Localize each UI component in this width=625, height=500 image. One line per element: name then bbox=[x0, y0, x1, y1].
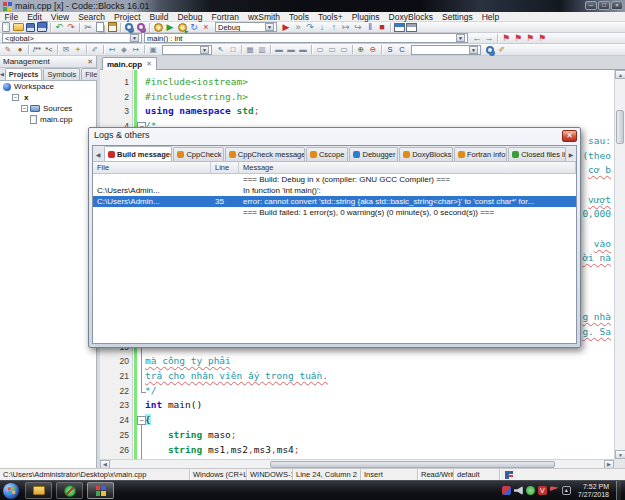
break-debugger-icon[interactable]: ‖ bbox=[364, 22, 376, 32]
tray-expander-icon[interactable]: ▴ bbox=[562, 486, 571, 495]
symbols-c-icon[interactable]: C bbox=[396, 45, 408, 55]
paste-icon[interactable] bbox=[106, 22, 118, 32]
undo-icon[interactable]: ↶ bbox=[53, 22, 65, 32]
tree-expander-icon[interactable]: − bbox=[21, 105, 28, 112]
menu-help[interactable]: Help bbox=[477, 12, 503, 22]
build-message-row[interactable]: === Build: Debug in x (compiler: GNU GCC… bbox=[93, 174, 576, 185]
show-desktop-button[interactable] bbox=[616, 481, 621, 500]
close-button[interactable]: × bbox=[611, 1, 623, 10]
antivirus-icon[interactable]: V bbox=[538, 486, 547, 495]
menu-tools[interactable]: Tools bbox=[285, 12, 314, 22]
start-button[interactable] bbox=[3, 483, 19, 499]
build-message-row[interactable]: C:\Users\Admin...35error: cannot convert… bbox=[93, 196, 576, 207]
menu-file[interactable]: File bbox=[0, 12, 23, 22]
next-line-icon[interactable]: ↷ bbox=[304, 22, 316, 32]
doxy-line-comment-icon[interactable]: *< bbox=[43, 45, 55, 55]
menu-search[interactable]: Search bbox=[74, 12, 110, 22]
browse-marker-toggle-icon[interactable]: ⚑ bbox=[500, 33, 512, 43]
menu-wxsmith[interactable]: wxSmith bbox=[243, 12, 284, 22]
wxsmith-panel-icon[interactable]: ▥ bbox=[256, 45, 268, 55]
taskbar-codeblocks-button[interactable] bbox=[87, 482, 114, 499]
tree-item-workspace[interactable]: Workspace bbox=[0, 81, 96, 92]
symbol-combo[interactable]: main() : int▼ bbox=[144, 33, 468, 43]
scroll-right-icon[interactable]: ▶ bbox=[604, 460, 614, 469]
replace-icon[interactable] bbox=[135, 22, 147, 32]
doxyblocks-view-icon[interactable]: ● bbox=[14, 45, 26, 55]
tree-expander-icon[interactable]: − bbox=[12, 94, 19, 101]
tree-item-sources[interactable]: −Sources bbox=[0, 103, 96, 114]
tabs-scroll-left-icon[interactable]: ◀ bbox=[0, 68, 4, 80]
management-close-icon[interactable]: ✕ bbox=[87, 58, 93, 66]
cut-icon[interactable]: ✂ bbox=[82, 22, 94, 32]
tray-app-icon[interactable] bbox=[502, 486, 511, 495]
abort-build-icon[interactable]: × bbox=[200, 22, 212, 32]
logs-tabs-scroll-left-icon[interactable]: ◀ bbox=[93, 147, 103, 161]
menu-project[interactable]: Project bbox=[110, 12, 145, 22]
stop-debugger-icon[interactable]: ■ bbox=[376, 22, 388, 32]
menu-fortran[interactable]: Fortran bbox=[207, 12, 243, 22]
browse-forward-icon[interactable]: → bbox=[483, 33, 495, 43]
close-tab-icon[interactable]: ✕ bbox=[346, 151, 348, 159]
step-into-icon[interactable]: ↓ bbox=[316, 22, 328, 32]
logs-tab-fortran-info[interactable]: Fortran info✕ bbox=[454, 147, 507, 161]
step-into-instruction-icon[interactable]: ↪ bbox=[352, 22, 364, 32]
scope-combo[interactable]: <global>▼ bbox=[2, 33, 142, 43]
save-all-icon[interactable] bbox=[36, 22, 48, 32]
browse-marker-next-icon[interactable]: ⚑ bbox=[524, 33, 536, 43]
vertical-scrollbar[interactable]: ▲ ▼ bbox=[614, 70, 625, 459]
sizer-h-icon[interactable]: ▭ bbox=[314, 45, 326, 55]
various-info-icon[interactable] bbox=[405, 22, 417, 32]
menu-plugins[interactable]: Plugins bbox=[347, 12, 384, 22]
debugging-windows-icon[interactable] bbox=[393, 22, 405, 32]
debugger-target-combo[interactable]: ▼ bbox=[162, 45, 212, 55]
menu-build[interactable]: Build bbox=[145, 12, 173, 22]
logs-tab-cppcheck-messages[interactable]: CppCheck messages✕ bbox=[225, 147, 305, 161]
jump-back-icon[interactable]: ↤ bbox=[106, 45, 118, 55]
logs-tab-cscope[interactable]: Cscope✕ bbox=[306, 147, 349, 161]
menu-settings[interactable]: Settings bbox=[438, 12, 478, 22]
logs-tab-doxyblocks[interactable]: DoxyBlocks✕ bbox=[399, 147, 453, 161]
incremental-search-input[interactable]: ▼ bbox=[411, 45, 481, 55]
logs-tab-closed-files-li[interactable]: Closed files li✕ bbox=[508, 147, 566, 161]
settings-wrench-icon[interactable]: ✐ bbox=[496, 45, 508, 55]
zoom-out-icon[interactable]: ⊖ bbox=[367, 45, 379, 55]
close-tab-icon[interactable]: ✕ bbox=[397, 151, 398, 159]
horizontal-scroll-thumb[interactable] bbox=[270, 461, 555, 468]
tree-item-x[interactable]: −x bbox=[0, 92, 96, 103]
menu-edit[interactable]: Edit bbox=[23, 12, 47, 22]
mail-icon[interactable]: ✉ bbox=[60, 45, 72, 55]
save-icon[interactable] bbox=[24, 22, 36, 32]
build-message-row[interactable]: C:\Users\Admin...In function 'int main()… bbox=[93, 185, 576, 196]
align-center-icon[interactable]: ▬ bbox=[285, 45, 297, 55]
network-icon[interactable] bbox=[526, 486, 535, 495]
taskbar-app-button[interactable] bbox=[56, 482, 83, 499]
scroll-up-icon[interactable]: ▲ bbox=[615, 70, 625, 79]
next-instruction-icon[interactable]: ↦ bbox=[340, 22, 352, 32]
horizontal-scrollbar[interactable]: ◀ ▶ bbox=[100, 459, 614, 468]
vertical-scroll-thumb[interactable] bbox=[616, 110, 624, 144]
debugger-menu-icon[interactable]: ▣ bbox=[147, 45, 159, 55]
logs-tabs-scroll-right-icon[interactable]: ▶ bbox=[566, 147, 576, 161]
new-file-icon[interactable] bbox=[0, 22, 12, 32]
close-tab-icon[interactable]: ✕ bbox=[146, 60, 152, 68]
wxsmith-frame-icon[interactable]: □ bbox=[227, 45, 239, 55]
run-to-cursor-icon[interactable]: » bbox=[292, 22, 304, 32]
tray-flag-icon[interactable] bbox=[550, 486, 559, 495]
debug-continue-icon[interactable]: ▶ bbox=[280, 22, 292, 32]
key-icon[interactable]: ✦ bbox=[72, 45, 84, 55]
menu-view[interactable]: View bbox=[46, 12, 73, 22]
incremental-search-icon[interactable] bbox=[484, 45, 496, 55]
open-file-icon[interactable] bbox=[12, 22, 24, 32]
copy-icon[interactable] bbox=[94, 22, 106, 32]
browse-marker-clear-icon[interactable]: ⚑ bbox=[536, 33, 548, 43]
build-target-combo[interactable]: Debug▼ bbox=[215, 22, 277, 32]
build-message-row[interactable]: === Build failed: 1 error(s), 0 warning(… bbox=[93, 207, 576, 218]
volume-icon[interactable] bbox=[514, 486, 523, 495]
align-left-icon[interactable]: ▬ bbox=[273, 45, 285, 55]
wxsmith-pointer-icon[interactable]: ↖ bbox=[215, 45, 227, 55]
editor-tab-main-cpp[interactable]: main.cpp✕ bbox=[102, 57, 157, 70]
doxyblocks-extract-icon[interactable]: ✎ bbox=[2, 45, 14, 55]
fold-collapse-icon[interactable]: − bbox=[137, 416, 146, 425]
tree-item-main-cpp[interactable]: main.cpp bbox=[0, 114, 96, 125]
build-and-run-icon[interactable] bbox=[176, 22, 188, 32]
